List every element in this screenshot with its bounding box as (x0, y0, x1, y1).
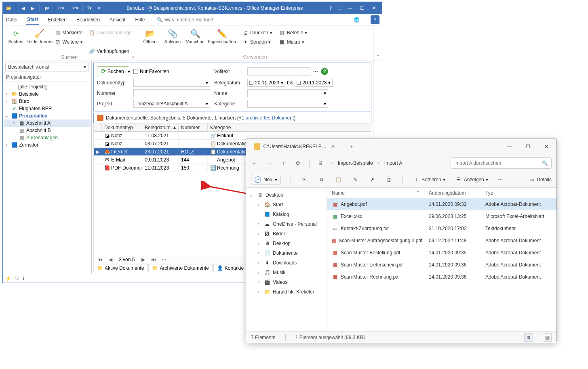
kategorie-input[interactable]: ▾ (247, 100, 328, 108)
maximize-button[interactable]: ☐ (518, 140, 537, 153)
verknuepfungen-button[interactable]: 🔗Verknüpfungen (87, 47, 133, 55)
nav-last[interactable]: ⏭ (149, 257, 158, 262)
file-row[interactable]: ▦Angebot.pdf14.01.2020 09:32Adobe Acroba… (327, 198, 556, 210)
more-button[interactable]: ⋯ (498, 177, 503, 182)
volltext-input[interactable] (247, 67, 310, 75)
help-icon[interactable]: ?▾ (85, 4, 94, 13)
tree-prinzenallee[interactable]: ⌄🟦Prinzenallee (4, 112, 91, 120)
col-name[interactable]: Name˄ (327, 190, 424, 196)
tree-item[interactable]: ›🖥Desktop (246, 239, 327, 248)
pc-icon[interactable]: 🖥 (317, 160, 324, 166)
col-type[interactable]: Typ (481, 190, 556, 196)
back-button[interactable]: ◀ (19, 4, 27, 13)
nur-favoriten-checkbox[interactable]: Nur Favoriten (133, 69, 210, 74)
sort-button[interactable]: ↕Sortieren ▾ (413, 176, 445, 183)
chevron-icon[interactable]: › (378, 160, 379, 166)
collapse-ribbon-icon[interactable]: ⌃ (376, 54, 380, 60)
close-button[interactable]: ✕ (368, 2, 380, 14)
ribbon-options[interactable]: ▭ (335, 4, 344, 13)
rename-button[interactable]: ✎ (352, 176, 359, 183)
senden-button[interactable]: ✈Senden ▾ (240, 38, 274, 46)
up-button[interactable]: ↑ (280, 160, 287, 166)
tree-flughafen[interactable]: ✔Flughafen BER (4, 105, 91, 112)
help-button-2[interactable]: ? (371, 15, 379, 24)
name-input[interactable]: ▾ (247, 89, 328, 97)
tab-close-icon[interactable]: ✕ (331, 144, 335, 149)
file-row[interactable]: ▦Scan-Muster Auftragsbestätigung 2.pdf09… (327, 235, 556, 247)
minimize-button[interactable]: — (344, 2, 356, 14)
minimize-button[interactable]: — (500, 140, 518, 153)
tree-item[interactable]: ›🎬Videos (246, 277, 327, 287)
date-to-input[interactable]: 20.11.2023▾ (295, 79, 333, 87)
tree-aussenanlagen[interactable]: ▦Außenanlagen (4, 134, 91, 141)
oeffnen-button[interactable]: 📂Öffnen (139, 28, 161, 44)
share-button[interactable]: ↗ (369, 176, 376, 183)
tab-kontakte[interactable]: 👤Kontakte (213, 264, 247, 272)
maximize-button[interactable]: ☐ (356, 2, 368, 14)
tab-start[interactable]: Start (26, 15, 39, 25)
tree-item[interactable]: ›🖼Bilder (246, 229, 327, 239)
anlegen-button[interactable]: 📎Anlegen (161, 28, 184, 44)
details-button[interactable]: ▭Details (528, 176, 552, 183)
view-button[interactable]: ☰Anzeigen ▾ (455, 176, 488, 183)
nav-first[interactable]: ⏮ (95, 257, 104, 262)
qat-more[interactable]: ▾ (95, 4, 103, 13)
makro-button[interactable]: ▦Makro ▾ (277, 38, 309, 46)
tab-datei[interactable]: Datei (5, 15, 18, 24)
vorschau-button[interactable]: 🔍Vorschau (184, 28, 207, 44)
suchen-button[interactable]: ⟳ Suchen (5, 28, 26, 44)
tree-item[interactable]: ›⬇Downloads (246, 258, 327, 268)
new-button[interactable]: ＋Neu▾ (251, 175, 281, 184)
tree-item[interactable]: ›☁OneDrive - Personal (246, 219, 327, 229)
forward-button[interactable]: → (266, 160, 273, 166)
nav-more[interactable]: ⋯ (160, 257, 169, 262)
col-date[interactable]: Änderungsdatum (424, 190, 481, 196)
explorer-tab[interactable]: C:\Users\Harald.KREKELER\De: ✕ (250, 142, 339, 151)
drucken-button[interactable]: 🖨Drucken ▾ (240, 29, 274, 37)
view-icons-button[interactable]: ▦ (543, 333, 552, 342)
file-row[interactable]: ▦Excel.xlsx29.06.2023 13:25Microsoft Exc… (327, 210, 556, 222)
archive-selector[interactable]: Beispielarchiv.omsl ▾ (5, 63, 89, 71)
tree-zernsdorf[interactable]: ›🟦Zernsdorf (4, 141, 91, 149)
tree-item[interactable]: ›🏠Start (246, 200, 327, 210)
tree-buero[interactable]: ›🏠Büro (4, 98, 91, 105)
help-button[interactable]: ? (326, 4, 335, 13)
new-tab-button[interactable]: ＋ (346, 143, 358, 150)
felder-leeren-button[interactable]: 🧹 Felder leeren (26, 28, 53, 44)
file-row[interactable]: ▭Kontakt-Zuordnung.txt31.10.2020 17:02Te… (327, 222, 556, 235)
tree-abschnitt-a[interactable]: ›▦Abschnitt A (4, 120, 91, 127)
tab-archivierte[interactable]: 📁Archivierte Dokumente (148, 264, 212, 272)
col-dokumenttyp[interactable]: Dokumenttyp (102, 124, 142, 131)
tree-abschnitt-b[interactable]: ▦Abschnitt B (4, 127, 91, 134)
forward-button[interactable]: ▶ (28, 4, 37, 13)
file-row[interactable]: ▦Scan-Muster Rechnung.pdf14.01.2020 09:3… (327, 271, 556, 283)
language-button[interactable]: 🌐 (352, 15, 361, 24)
delete-button[interactable]: 🗑 (386, 176, 393, 183)
copy-button[interactable]: ⧉ (318, 176, 325, 183)
projekt-input[interactable]: Prinzenallee\Abschnitt A▾ (133, 100, 210, 108)
tree-beispiele[interactable]: ›📂Beispiele (4, 90, 91, 98)
tab-erstellen[interactable]: Erstellen (47, 15, 67, 24)
tab-bearbeiten[interactable]: Bearbeiten (76, 15, 101, 24)
dokumenttyp-input[interactable]: ▾ (133, 79, 210, 87)
tab-aktive[interactable]: 📁Aktive Dokumente (93, 264, 148, 272)
file-row[interactable]: ▦Scan-Muster Bestellung.pdf14.01.2020 09… (327, 247, 556, 259)
paste-button[interactable]: 📋 (335, 176, 342, 183)
date-from-input[interactable]: 20.11.2023▾ (247, 79, 285, 87)
ribbon-search[interactable]: 🔍 Was möchten Sie tun? (157, 17, 213, 23)
weitere-button[interactable]: ▥Weitere ▾ (53, 38, 84, 46)
volltext-picker[interactable]: ⋯ (312, 68, 319, 75)
tab-hilfe[interactable]: Hilfe (134, 15, 145, 24)
chevron-icon[interactable]: › (331, 160, 333, 166)
group-launcher-icon[interactable]: ↘ (131, 55, 134, 59)
volltext-help-icon[interactable]: ? (321, 68, 328, 75)
view-details-button[interactable]: ≡ (524, 333, 533, 342)
new-doc-button[interactable]: ▮▾ (42, 4, 51, 13)
search-execute-button[interactable]: ⟳Suchen▾ (97, 66, 129, 76)
col-belegdatum[interactable]: Belegdatum▲ (142, 124, 179, 131)
nav-next[interactable]: ▶ (139, 257, 148, 262)
file-row[interactable]: ▦Scan-Muster Lieferschein.pdf14.01.2020 … (327, 259, 556, 271)
tree-item[interactable]: ›🎵Musik (246, 268, 327, 277)
refresh-button[interactable]: ⟳▾ (57, 4, 65, 13)
cut-button[interactable]: ✂ (301, 176, 308, 183)
